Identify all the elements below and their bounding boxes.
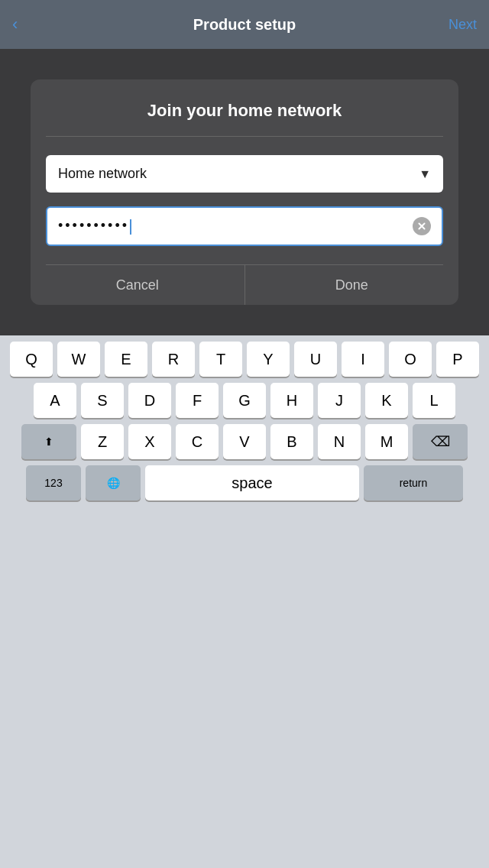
key-c[interactable]: C — [176, 424, 219, 459]
dialog-body: Home network ▼ •••••••••• — [31, 137, 458, 264]
keyboard: Q W E R T Y U I O P A S D F G H J K L ⬆ … — [0, 335, 489, 868]
dialog-card: Join your home network Home network ▼ ••… — [31, 79, 458, 305]
next-button[interactable]: Next — [431, 17, 477, 33]
globe-key[interactable]: 🌐 — [86, 465, 141, 500]
key-j[interactable]: J — [318, 383, 361, 418]
key-q[interactable]: Q — [10, 342, 53, 377]
page-title: Product setup — [58, 16, 431, 34]
chevron-down-icon: ▼ — [419, 167, 431, 181]
keyboard-row-4: 123 🌐 space return — [3, 465, 486, 500]
key-v[interactable]: V — [223, 424, 266, 459]
key-f[interactable]: F — [176, 383, 219, 418]
password-field[interactable]: •••••••••• — [46, 206, 443, 246]
done-button[interactable]: Done — [245, 265, 459, 305]
key-x[interactable]: X — [128, 424, 171, 459]
key-p[interactable]: P — [436, 342, 479, 377]
keyboard-row-3: ⬆ Z X C V B N M ⌫ — [3, 424, 486, 459]
key-a[interactable]: A — [34, 383, 76, 418]
key-k[interactable]: K — [365, 383, 408, 418]
shift-key[interactable]: ⬆ — [21, 424, 76, 459]
clear-button[interactable] — [413, 217, 431, 235]
key-g[interactable]: G — [223, 383, 266, 418]
key-s[interactable]: S — [81, 383, 124, 418]
key-n[interactable]: N — [318, 424, 361, 459]
num-key[interactable]: 123 — [26, 465, 81, 500]
key-t[interactable]: T — [199, 342, 242, 377]
key-o[interactable]: O — [389, 342, 432, 377]
key-r[interactable]: R — [152, 342, 195, 377]
network-dropdown-label: Home network — [58, 166, 147, 182]
header: ‹ Product setup Next — [0, 0, 489, 49]
key-b[interactable]: B — [270, 424, 313, 459]
key-y[interactable]: Y — [247, 342, 290, 377]
dialog-title: Join your home network — [31, 79, 458, 136]
keyboard-row-2: A S D F G H J K L — [3, 383, 486, 418]
keyboard-row-1: Q W E R T Y U I O P — [3, 342, 486, 377]
main-content: Join your home network Home network ▼ ••… — [0, 49, 489, 335]
space-key[interactable]: space — [145, 465, 359, 500]
cancel-button[interactable]: Cancel — [31, 265, 244, 305]
backspace-key[interactable]: ⌫ — [413, 424, 468, 459]
key-h[interactable]: H — [270, 383, 313, 418]
key-i[interactable]: I — [342, 342, 384, 377]
password-dots: •••••••••• — [58, 218, 406, 234]
back-button[interactable]: ‹ — [12, 15, 58, 34]
network-dropdown[interactable]: Home network ▼ — [46, 155, 443, 193]
key-d[interactable]: D — [128, 383, 171, 418]
key-l[interactable]: L — [413, 383, 455, 418]
key-u[interactable]: U — [294, 342, 337, 377]
key-w[interactable]: W — [57, 342, 100, 377]
key-z[interactable]: Z — [81, 424, 124, 459]
dialog-actions: Cancel Done — [31, 265, 458, 305]
key-e[interactable]: E — [105, 342, 147, 377]
return-key[interactable]: return — [364, 465, 463, 500]
key-m[interactable]: M — [365, 424, 408, 459]
